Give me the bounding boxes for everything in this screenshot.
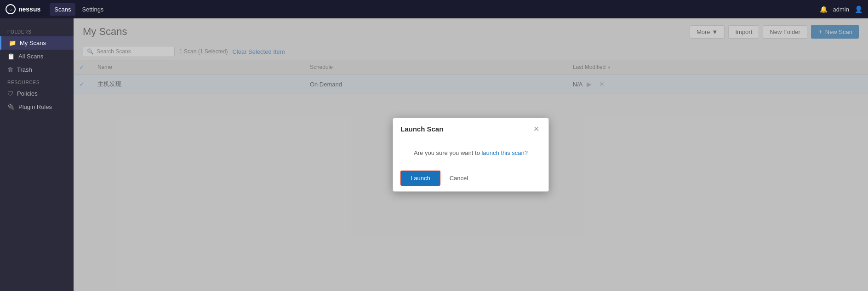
topnav-right: 🔔 admin 👤 <box>820 6 862 13</box>
folders-label: FOLDERS <box>0 26 74 36</box>
my-scans-icon: 📁 <box>9 40 16 46</box>
user-icon[interactable]: 👤 <box>855 6 862 13</box>
topnav-scans[interactable]: Scans <box>50 3 75 16</box>
sidebar-item-plugin-rules-label: Plugin Rules <box>18 103 52 110</box>
all-scans-icon: 📋 <box>7 53 15 60</box>
launch-button[interactable]: Launch <box>400 171 440 186</box>
sidebar-item-my-scans-label: My Scans <box>20 40 46 46</box>
policies-icon: 🛡 <box>7 90 13 97</box>
resources-label: RESOURCES <box>0 76 74 87</box>
modal-title: Launch Scan <box>400 125 443 133</box>
modal-footer: Launch Cancel <box>393 165 548 191</box>
modal-body-text: Are you sure you want to <box>414 149 481 156</box>
modal-body: Are you sure you want to launch this sca… <box>393 139 548 165</box>
sidebar-item-all-scans[interactable]: 📋 All Scans <box>0 50 74 63</box>
launch-scan-modal: Launch Scan ✕ Are you sure you want to l… <box>393 118 549 192</box>
cancel-button[interactable]: Cancel <box>446 171 472 185</box>
sidebar-item-all-scans-label: All Scans <box>18 53 43 60</box>
topnav-settings[interactable]: Settings <box>77 3 108 16</box>
logo[interactable]: ○ nessus <box>6 4 40 14</box>
sidebar-item-policies[interactable]: 🛡 Policies <box>0 87 74 100</box>
modal-header: Launch Scan ✕ <box>393 118 548 139</box>
plugin-rules-icon: 🔌 <box>7 103 15 110</box>
sidebar-item-trash[interactable]: 🗑 Trash <box>0 63 74 76</box>
logo-icon: ○ <box>6 4 16 14</box>
sidebar-item-trash-label: Trash <box>17 66 32 73</box>
sidebar: FOLDERS 📁 My Scans 📋 All Scans 🗑 Trash R… <box>0 18 74 291</box>
layout: FOLDERS 📁 My Scans 📋 All Scans 🗑 Trash R… <box>0 18 868 291</box>
modal-close-button[interactable]: ✕ <box>531 125 541 133</box>
topnav-links: Scans Settings <box>50 3 819 16</box>
admin-label[interactable]: admin <box>833 6 849 13</box>
main-content: My Scans More ▼ Import New Folder ＋ New … <box>74 18 868 291</box>
modal-body-link[interactable]: launch this scan? <box>481 149 527 156</box>
notification-bell-icon[interactable]: 🔔 <box>820 6 828 13</box>
sidebar-item-my-scans[interactable]: 📁 My Scans <box>0 36 74 50</box>
topnav: ○ nessus Scans Settings 🔔 admin 👤 <box>0 0 868 18</box>
sidebar-item-policies-label: Policies <box>17 90 38 97</box>
trash-icon: 🗑 <box>7 66 13 73</box>
logo-text: nessus <box>18 6 40 13</box>
sidebar-item-plugin-rules[interactable]: 🔌 Plugin Rules <box>0 100 74 114</box>
modal-overlay: Launch Scan ✕ Are you sure you want to l… <box>74 18 868 291</box>
